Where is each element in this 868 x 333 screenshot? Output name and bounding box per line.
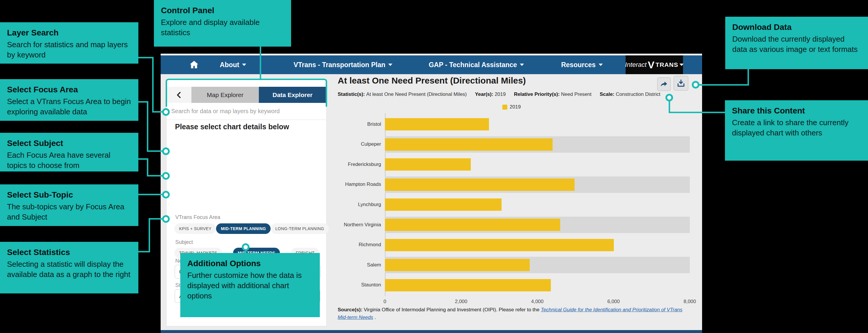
callout-title: Select Statistics	[7, 247, 131, 258]
download-icon	[677, 79, 685, 88]
connector-layer-search	[152, 57, 154, 113]
callout-body: Create a link to share the currently dis…	[732, 118, 861, 138]
callout-body: The sub-topics vary by Focus Area and Su…	[7, 202, 131, 222]
option-pill-kpis-survey[interactable]: KPIS + SURVEY	[175, 223, 216, 234]
connector-ring-additional-options	[242, 243, 249, 251]
download-button[interactable]	[674, 76, 688, 91]
nav-item-gap-technical-assistance[interactable]: GAP - Technical Assistance	[429, 55, 524, 74]
focus-area-options: KPIS + SURVEYMID-TERM PLANNINGLONG-TERM …	[175, 223, 319, 234]
connector-focus-area	[147, 101, 148, 152]
legend-label: 2019	[510, 104, 521, 110]
connector-subject	[147, 158, 148, 177]
chart-row-culpeper: Culpeper	[338, 134, 692, 154]
callout-body: Selecting a statistic will display the a…	[7, 259, 131, 280]
chart-title: At least One Need Present (Directional M…	[338, 75, 526, 86]
nav-item-vtrans-transportation-plan[interactable]: VTrans - Transportation Plan	[293, 55, 392, 74]
chart-source-note: Source(s): Virginia Office of Intermodal…	[338, 306, 693, 322]
chart-x-axis-ticks: 02,0004,0006,0008,000	[338, 299, 692, 306]
callout-body: Download the currently displayed data as…	[732, 34, 861, 55]
connector-control-panel-stem	[260, 47, 261, 80]
connector-sub-topic	[138, 194, 163, 195]
x-tick-label: 4,000	[531, 299, 544, 305]
connector-additional-options	[245, 250, 247, 254]
category-label: Fredericksburg	[338, 154, 381, 174]
connector-statistics	[149, 218, 150, 252]
connector-ring-focus-area	[162, 147, 170, 155]
connector-ring-share	[665, 94, 673, 101]
category-label: Hampton Roads	[338, 175, 381, 194]
callout-select-sub-topic: Select Sub-Topic The sub-topics vary by …	[0, 184, 138, 226]
x-tick-label: 6,000	[608, 299, 620, 305]
nav-item-about[interactable]: About	[220, 55, 246, 74]
category-label: Salem	[338, 255, 381, 275]
callout-body: Each Focus Area have several topics to c…	[7, 150, 131, 171]
callout-select-statistics: Select Statistics Selecting a statistic …	[0, 242, 138, 294]
option-pill-mid-term-planning[interactable]: MID-TERM PLANNING	[216, 223, 271, 234]
chart-row-hampton-roads: Hampton Roads	[338, 175, 692, 194]
meta-pair: Year(s): 2019	[475, 91, 506, 97]
bar-staunton	[385, 279, 551, 291]
chevron-down-icon	[242, 64, 246, 66]
callout-share-content: Share this Content Create a link to shar…	[725, 100, 868, 161]
connector-download	[747, 69, 749, 86]
callout-title: Download Data	[732, 22, 861, 32]
connector-ring-search	[162, 108, 170, 116]
callout-title: Additional Options	[187, 258, 313, 269]
x-tick-label: 2,000	[455, 299, 468, 305]
chart-row-richmond: Richmond	[338, 235, 692, 255]
callout-title: Share this Content	[732, 105, 861, 116]
callout-title: Control Panel	[161, 5, 284, 16]
callout-download-data: Download Data Download the currently dis…	[725, 17, 868, 69]
interactvtrans-logo-menu[interactable]: InteractVTRANS	[626, 55, 683, 74]
callout-body: Explore and display available statistics	[161, 17, 284, 38]
category-label: Culpeper	[338, 134, 381, 154]
bar-fredericksburg	[385, 158, 471, 171]
x-tick-label: 0	[383, 299, 386, 305]
category-label: Lynchburg	[338, 194, 381, 215]
callout-body: Search for statistics and map layers by …	[7, 39, 131, 60]
subject-label: Subject	[175, 239, 193, 245]
connector-control-panel-bracket	[166, 79, 327, 107]
callout-body: Further customize how the data is displa…	[187, 270, 313, 301]
option-pill-long-term-planning[interactable]: LONG-TERM PLANNING	[271, 223, 329, 234]
logo-text: Interact	[625, 61, 646, 69]
chart-row-salem: Salem	[338, 255, 692, 275]
logo-text: V	[648, 60, 655, 70]
bar-salem	[385, 259, 530, 271]
chart-row-staunton: Staunton	[338, 275, 692, 295]
bar-bristol	[385, 118, 489, 130]
bar-culpeper	[385, 139, 553, 151]
connector-statistics	[149, 218, 163, 219]
app-bottom-bar	[161, 330, 702, 333]
nav-item-resources[interactable]: Resources	[561, 55, 603, 74]
callout-layer-search: Layer Search Search for statistics and m…	[0, 22, 138, 64]
home-button[interactable]	[189, 60, 199, 71]
legend-swatch	[502, 104, 507, 110]
category-label: Staunton	[338, 275, 381, 295]
nav-item-label: Resources	[561, 61, 596, 69]
home-icon	[189, 60, 199, 70]
chart-row-northern-virginia: Northern Virginia	[338, 215, 692, 235]
chevron-down-icon	[598, 64, 603, 66]
callout-title: Select Subject	[7, 138, 131, 148]
share-button[interactable]	[657, 78, 671, 91]
bar-northern-virginia	[385, 219, 560, 231]
connector-layer-search	[138, 57, 154, 58]
top-navigation-bar: AboutVTrans - Transportation PlanGAP - T…	[161, 55, 702, 74]
connector-ring-subject	[162, 172, 170, 180]
chevron-down-icon	[389, 64, 393, 66]
nav-item-label: VTrans - Transportation Plan	[293, 61, 385, 69]
chart-row-bristol: Bristol	[338, 114, 692, 134]
chart-row-lynchburg: Lynchburg	[338, 194, 692, 215]
tutorial-canvas: Control Panel Explore and display availa…	[0, 0, 868, 333]
category-label: Northern Virginia	[338, 215, 381, 235]
chart-details-heading: Please select chart details below	[175, 123, 289, 131]
connector-subject	[147, 175, 163, 177]
meta-pair: Statistic(s): At least One Need Present …	[338, 91, 467, 97]
focus-area-label: VTrans Focus Area	[175, 214, 220, 220]
chart-plot-area: BristolCulpeperFredericksburgHampton Roa…	[338, 114, 692, 296]
chevron-down-icon	[680, 64, 684, 66]
callout-title: Select Sub-Topic	[7, 190, 131, 200]
connector-share	[669, 101, 670, 113]
category-label: Richmond	[338, 235, 381, 255]
